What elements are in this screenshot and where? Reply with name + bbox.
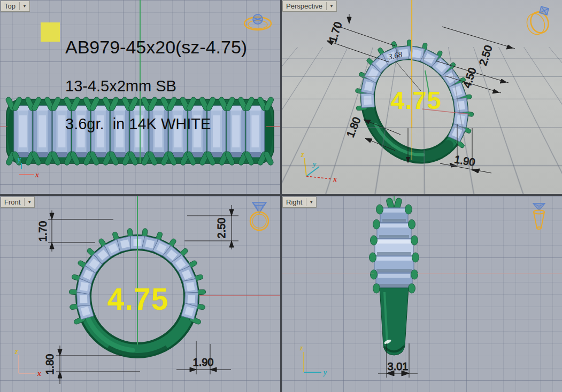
axis-z-label: z xyxy=(301,151,304,159)
viewport-front[interactable]: 1.70 2.50 1.80 xyxy=(0,196,280,392)
ring-size-label-front: 4.75 xyxy=(107,281,169,317)
axis-x-label: x xyxy=(333,175,337,183)
label-divider xyxy=(24,198,25,206)
chevron-down-icon[interactable]: ▼ xyxy=(21,4,28,9)
color-swatch xyxy=(41,22,60,42)
axis-gizmo-front: z x xyxy=(14,348,41,378)
viewport-label-text: Front xyxy=(4,198,20,206)
design-code: AB979-45x20(sz-4.75) xyxy=(65,36,247,58)
viewport-right[interactable]: 3.01 z y xyxy=(282,196,562,392)
svg-text:1.70: 1.70 xyxy=(327,20,344,44)
axis-x-label: x xyxy=(37,370,41,378)
annotations-right: 3.01 z y xyxy=(282,196,562,392)
axis-gizmo-top: y x xyxy=(17,155,39,179)
dim-shank-thickness: 1.80 xyxy=(344,115,401,151)
viewport-label-text: Perspective xyxy=(286,2,322,10)
dim-prong-height: 1.70 xyxy=(37,210,113,252)
dim-shank-thickness: 1.80 xyxy=(44,346,140,384)
ring-orientation-icon-right xyxy=(533,203,545,229)
svg-text:1.70: 1.70 xyxy=(37,221,49,242)
ring-orientation-icon-front xyxy=(250,202,268,230)
ring-size-label-perspective: 4.75 xyxy=(390,85,441,115)
viewport-label-text: Right xyxy=(286,198,302,206)
label-divider xyxy=(326,2,327,10)
axis-x-label: x xyxy=(35,171,39,179)
dim-prong-height: 1.70 xyxy=(327,14,395,62)
dim-band-top: 2.50 xyxy=(184,205,238,249)
chevron-down-icon[interactable]: ▼ xyxy=(328,4,335,9)
axis-z-label: z xyxy=(14,348,18,356)
dim-stone-width: 4.50 xyxy=(445,66,501,93)
svg-text:1.80: 1.80 xyxy=(44,354,56,375)
axis-z-label: z xyxy=(299,344,303,352)
viewport-label-front[interactable]: Front ▼ xyxy=(1,197,35,208)
cad-application-window: y x AB979-45x20(sz-4.75) 13-4.5x2mm SB 3… xyxy=(0,0,562,392)
viewport-perspective[interactable]: 1.70 2.50 4.50 3.68 1.80 xyxy=(282,0,562,194)
viewport-top[interactable]: y x AB979-45x20(sz-4.75) 13-4.5x2mm SB 3… xyxy=(0,0,280,194)
svg-text:3.01: 3.01 xyxy=(388,360,409,372)
svg-text:2.50: 2.50 xyxy=(477,44,495,67)
ring-orientation-icon-top xyxy=(244,14,271,30)
axis-gizmo-right: z y xyxy=(299,344,327,377)
viewport-label-perspective[interactable]: Perspective ▼ xyxy=(282,1,337,12)
label-divider xyxy=(19,2,20,10)
axis-y-label: y xyxy=(322,369,327,377)
viewport-label-right[interactable]: Right ▼ xyxy=(282,197,317,208)
dim-band-bottom: 1.90 xyxy=(440,124,491,173)
axis-y-label: y xyxy=(17,155,21,163)
dim-shank-width: 3.01 xyxy=(378,343,418,378)
svg-text:2.50: 2.50 xyxy=(215,218,227,239)
svg-text:1.90: 1.90 xyxy=(193,356,214,368)
chevron-down-icon[interactable]: ▼ xyxy=(26,200,33,205)
viewport-label-top[interactable]: Top ▼ xyxy=(1,1,30,12)
ring-orientation-icon-perspective xyxy=(524,6,551,37)
svg-text:4.50: 4.50 xyxy=(461,66,479,90)
chevron-down-icon[interactable]: ▼ xyxy=(308,200,314,205)
label-divider xyxy=(306,198,306,206)
stone-spec: 13-4.5x2mm SB xyxy=(65,77,247,96)
viewport-label-text: Top xyxy=(4,2,16,10)
dim-band-bottom: 1.90 xyxy=(176,341,231,374)
svg-text:3.68: 3.68 xyxy=(387,50,403,61)
svg-text:1.80: 1.80 xyxy=(344,115,363,139)
axis-gizmo-perspective: z y x xyxy=(301,151,337,183)
axis-y-label: y xyxy=(312,160,317,168)
weight-metal-spec: 3.6gr. in 14K WHITE xyxy=(65,115,247,134)
design-title-block: AB979-45x20(sz-4.75) 13-4.5x2mm SB 3.6gr… xyxy=(65,17,247,153)
